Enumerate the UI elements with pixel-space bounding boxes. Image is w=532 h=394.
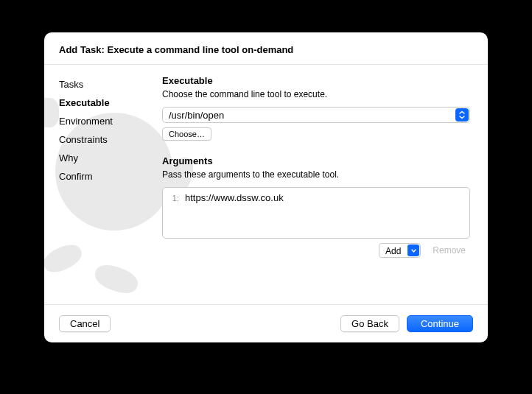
sidebar-item-label: Tasks [59, 79, 83, 90]
choose-button[interactable]: Choose… [162, 127, 211, 141]
chevron-down-icon [407, 245, 419, 256]
cancel-button[interactable]: Cancel [59, 315, 111, 332]
add-button-label: Add [379, 244, 407, 257]
sidebar-item-label: Environment [59, 116, 113, 127]
footer: Cancel Go Back Continue [44, 304, 488, 342]
argument-value: https://www.dssw.co.uk [185, 192, 284, 203]
executable-subtext: Choose the command line tool to execute. [162, 89, 470, 99]
sidebar-item-constraints[interactable]: Constraints [59, 130, 162, 149]
choose-button-label: Choose… [169, 130, 205, 138]
executable-combobox[interactable]: /usr/bin/open [162, 107, 470, 123]
arguments-actions: Add Remove [162, 243, 470, 258]
arguments-subtext: Pass these arguments to the executable t… [162, 169, 470, 180]
remove-button-label: Remove [433, 245, 466, 256]
sidebar-item-label: Confirm [59, 171, 93, 182]
executable-heading: Executable [162, 75, 470, 86]
arguments-section: Arguments Pass these arguments to the ex… [162, 155, 470, 258]
sidebar: Tasks Executable Environment Constraints… [44, 65, 162, 304]
continue-label: Continue [421, 318, 459, 329]
dialog-title: Add Task: Execute a command line tool on… [59, 44, 473, 55]
sidebar-item-label: Constraints [59, 134, 108, 145]
remove-argument-button: Remove [428, 244, 470, 257]
executable-value: /usr/bin/open [163, 108, 455, 122]
chevron-down-icon [455, 108, 469, 122]
arguments-heading: Arguments [162, 155, 470, 166]
cancel-label: Cancel [70, 318, 99, 329]
continue-button[interactable]: Continue [407, 315, 473, 332]
sidebar-item-label: Why [59, 152, 78, 163]
argument-index: 1: [169, 194, 179, 203]
sidebar-item-executable[interactable]: Executable [59, 94, 162, 112]
add-argument-button[interactable]: Add [379, 243, 421, 258]
main-panel: Executable Choose the command line tool … [162, 65, 488, 304]
sidebar-item-environment[interactable]: Environment [59, 112, 162, 130]
go-back-button[interactable]: Go Back [340, 315, 399, 332]
argument-row[interactable]: 1: https://www.dssw.co.uk [169, 192, 463, 203]
sidebar-item-confirm[interactable]: Confirm [59, 167, 162, 186]
dialog-window: Add Task: Execute a command line tool on… [44, 32, 488, 342]
content-area: Tasks Executable Environment Constraints… [44, 65, 488, 304]
go-back-label: Go Back [351, 318, 388, 329]
sidebar-item-tasks[interactable]: Tasks [59, 75, 162, 94]
sidebar-item-label: Executable [59, 97, 110, 108]
sidebar-item-why[interactable]: Why [59, 149, 162, 167]
titlebar: Add Task: Execute a command line tool on… [44, 32, 488, 65]
arguments-list[interactable]: 1: https://www.dssw.co.uk [162, 187, 470, 239]
